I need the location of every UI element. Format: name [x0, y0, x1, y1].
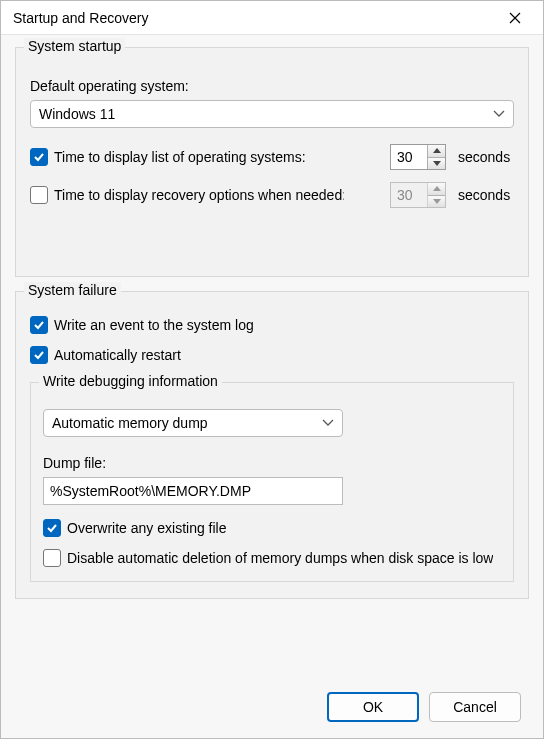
ok-label: OK: [363, 699, 383, 715]
button-bar: OK Cancel: [327, 692, 521, 722]
cancel-button[interactable]: Cancel: [429, 692, 521, 722]
display-recovery-spinner: 30: [390, 182, 446, 208]
spinner-buttons-disabled: [427, 183, 445, 207]
chevron-down-icon: [322, 419, 334, 427]
overwrite-label: Overwrite any existing file: [67, 520, 227, 536]
display-os-list-checkbox[interactable]: [30, 148, 48, 166]
dialog-content: System startup Default operating system:…: [1, 35, 543, 599]
dump-file-value: %SystemRoot%\MEMORY.DMP: [50, 483, 251, 499]
dump-file-input[interactable]: %SystemRoot%\MEMORY.DMP: [43, 477, 343, 505]
disable-auto-delete-label: Disable automatic deletion of memory dum…: [67, 550, 493, 566]
titlebar: Startup and Recovery: [1, 1, 543, 35]
close-button[interactable]: [495, 1, 535, 35]
cancel-label: Cancel: [453, 699, 497, 715]
default-os-label: Default operating system:: [30, 78, 514, 94]
disable-auto-delete-row: Disable automatic deletion of memory dum…: [43, 549, 501, 567]
system-failure-group: System failure Write an event to the sys…: [15, 291, 529, 599]
display-recovery-label: Time to display recovery options when ne…: [54, 187, 344, 203]
dump-type-value: Automatic memory dump: [52, 415, 208, 431]
disable-auto-delete-checkbox[interactable]: [43, 549, 61, 567]
close-icon: [509, 12, 521, 24]
check-icon: [33, 319, 45, 331]
system-startup-group: System startup Default operating system:…: [15, 47, 529, 277]
window-title: Startup and Recovery: [13, 10, 495, 26]
display-os-list-value: 30: [391, 145, 427, 169]
spinner-up-icon[interactable]: [428, 145, 445, 158]
default-os-select[interactable]: Windows 11: [30, 100, 514, 128]
check-icon: [46, 522, 58, 534]
default-os-value: Windows 11: [39, 106, 115, 122]
auto-restart-label: Automatically restart: [54, 347, 181, 363]
write-event-checkbox[interactable]: [30, 316, 48, 334]
spinner-buttons[interactable]: [427, 145, 445, 169]
auto-restart-row: Automatically restart: [30, 346, 514, 364]
chevron-down-icon: [493, 110, 505, 118]
display-os-list-unit: seconds: [458, 149, 514, 165]
check-icon: [33, 349, 45, 361]
display-recovery-row: Time to display recovery options when ne…: [30, 182, 514, 208]
dump-type-select[interactable]: Automatic memory dump: [43, 409, 343, 437]
check-icon: [33, 151, 45, 163]
spinner-down-icon[interactable]: [428, 158, 445, 170]
debug-info-title: Write debugging information: [39, 373, 222, 389]
write-event-label: Write an event to the system log: [54, 317, 254, 333]
display-recovery-checkbox[interactable]: [30, 186, 48, 204]
ok-button[interactable]: OK: [327, 692, 419, 722]
dump-file-label: Dump file:: [43, 455, 501, 471]
spinner-down-icon: [428, 196, 445, 208]
display-recovery-value: 30: [391, 183, 427, 207]
system-startup-title: System startup: [24, 38, 125, 54]
spinner-up-icon: [428, 183, 445, 196]
system-failure-title: System failure: [24, 282, 121, 298]
debug-info-group: Write debugging information Automatic me…: [30, 382, 514, 582]
display-os-list-spinner[interactable]: 30: [390, 144, 446, 170]
display-os-list-label: Time to display list of operating system…: [54, 149, 306, 165]
display-os-list-row: Time to display list of operating system…: [30, 144, 514, 170]
auto-restart-checkbox[interactable]: [30, 346, 48, 364]
overwrite-row: Overwrite any existing file: [43, 519, 501, 537]
write-event-row: Write an event to the system log: [30, 316, 514, 334]
display-recovery-unit: seconds: [458, 187, 514, 203]
overwrite-checkbox[interactable]: [43, 519, 61, 537]
